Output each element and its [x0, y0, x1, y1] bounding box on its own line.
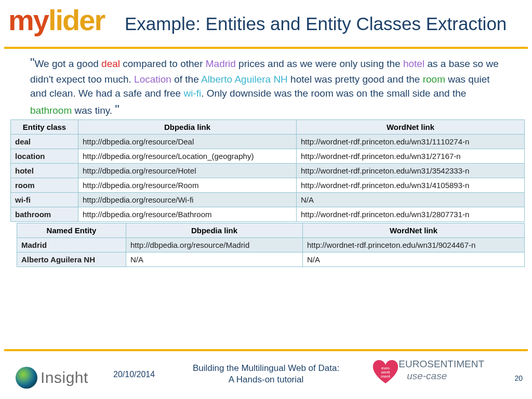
entity-hotel: hotel [403, 58, 424, 69]
entity-class-table: Entity class Dbpedia link WordNet link d… [10, 119, 525, 222]
divider-bottom [4, 349, 528, 351]
globe-icon [16, 367, 37, 389]
th-dbpedia: Dbpedia link [78, 120, 297, 135]
cell-dbpedia: http://dbpedia.org/resource/Location_(ge… [78, 149, 297, 164]
svg-text:ment: ment [381, 374, 391, 379]
cell-wordnet: http://wordnet-rdf.princeton.edu/wn31/41… [297, 178, 525, 193]
entity-location: Location [134, 74, 171, 85]
slide-title: Example: Entities and Entity Classes Ext… [125, 14, 507, 34]
th-entity-class: Entity class [11, 120, 78, 135]
cell-label: room [11, 178, 78, 193]
slide-subtitle: Building the Multilingual Web of Data: A… [171, 363, 361, 385]
divider-top [4, 47, 528, 49]
entity-room: room [423, 74, 445, 85]
entity-alberto: Alberto Aguilera NH [201, 74, 288, 85]
cell-label: wi-fi [11, 193, 78, 207]
slide-date: 20/10/2014 [113, 370, 155, 379]
insight-text: Insight [41, 369, 88, 387]
entity-deal: deal [101, 58, 120, 69]
cell-wordnet: http://wordnet-rdf.princeton.edu/wn31/28… [297, 207, 525, 222]
th-wordnet: WordNet link [297, 120, 525, 135]
cell-dbpedia: N/A [126, 252, 303, 267]
cell-dbpedia: http://dbpedia.org/resource/Bathroom [78, 207, 297, 222]
review-text: "We got a good deal compared to other Ma… [30, 54, 503, 119]
cell-dbpedia: http://dbpedia.org/resource/Madrid [126, 238, 303, 252]
page-number: 20 [514, 374, 523, 382]
cell-wordnet: N/A [303, 252, 525, 267]
tables-container: Entity class Dbpedia link WordNet link d… [10, 119, 525, 267]
th-named-entity: Named Entity [17, 223, 126, 238]
cell-wordnet: http://wordnet-rdf.princeton.edu/wn31/90… [303, 238, 525, 252]
named-entity-table: Named Entity Dbpedia link WordNet link M… [17, 223, 525, 267]
logo-part1: my [8, 4, 48, 36]
cell-label: hotel [11, 164, 78, 178]
cell-label: deal [11, 135, 78, 149]
cell-label: bathroom [11, 207, 78, 222]
footer: Insight 20/10/2014 Building the Multilin… [0, 354, 532, 395]
eurosentiment-heart-icon: eurosentiment [369, 356, 402, 385]
insight-logo: Insight [16, 367, 88, 389]
cell-wordnet: http://wordnet-rdf.princeton.edu/wn31/11… [297, 135, 525, 149]
cell-wordnet: http://wordnet-rdf.princeton.edu/wn31/35… [297, 164, 525, 178]
logo: mylider [8, 3, 104, 37]
cell-wordnet: http://wordnet-rdf.princeton.edu/wn31/27… [297, 149, 525, 164]
cell-label: Madrid [17, 238, 126, 252]
cell-dbpedia: http://dbpedia.org/resource/Room [78, 178, 297, 193]
entity-bathroom: bathroom [30, 105, 72, 116]
eurosentiment-label: EUROSENTIMENT use-case [398, 358, 484, 382]
cell-wordnet: N/A [297, 193, 525, 207]
cell-dbpedia: http://dbpedia.org/resource/Hotel [78, 164, 297, 178]
th-dbpedia2: Dbpedia link [126, 223, 303, 238]
cell-dbpedia: http://dbpedia.org/resource/Deal [78, 135, 297, 149]
entity-wifi: wi-fi [183, 88, 201, 99]
cell-label: Alberto Aguilera NH [17, 252, 126, 267]
th-wordnet2: WordNet link [303, 223, 525, 238]
cell-dbpedia: http://dbpedia.org/resource/Wi-fi [78, 193, 297, 207]
logo-part2: lider [48, 4, 104, 36]
entity-madrid: Madrid [206, 58, 236, 69]
cell-label: location [11, 149, 78, 164]
